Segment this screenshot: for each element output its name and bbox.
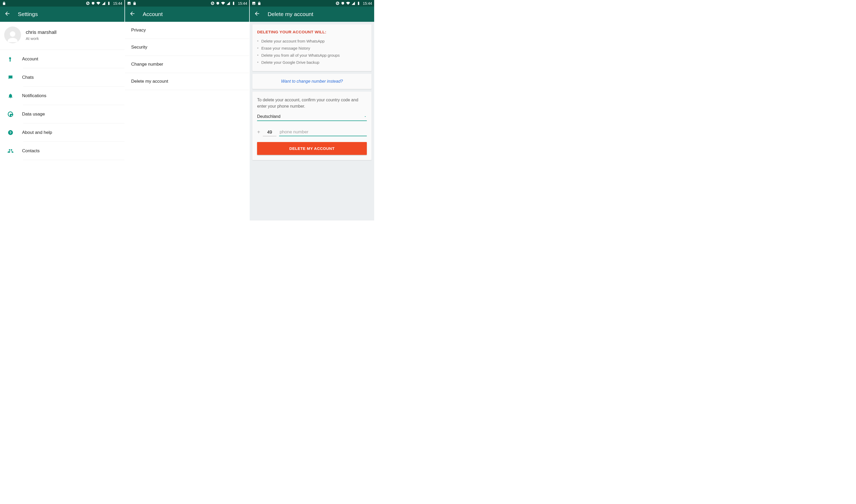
warning-list: Delete your account from WhatsApp Erase … bbox=[257, 38, 367, 66]
page-title: Account bbox=[143, 11, 163, 17]
warning-title: DELETING YOUR ACCOUNT WILL: bbox=[257, 30, 367, 34]
status-time: 15:44 bbox=[363, 1, 372, 5]
warning-item: Erase your message history bbox=[257, 44, 367, 52]
country-code-input[interactable] bbox=[263, 129, 277, 136]
settings-item-chats[interactable]: Chats bbox=[0, 68, 124, 87]
account-list: Privacy Security Change number Delete my… bbox=[125, 22, 249, 90]
status-time: 15:44 bbox=[113, 1, 122, 5]
key-icon bbox=[7, 56, 14, 62]
country-select[interactable]: Deutschland bbox=[257, 114, 367, 121]
account-item-security[interactable]: Security bbox=[125, 39, 249, 56]
settings-item-data-usage[interactable]: Data usage bbox=[0, 105, 124, 123]
settings-item-about[interactable]: ? About and help bbox=[0, 123, 124, 142]
wifi-icon bbox=[346, 1, 350, 5]
item-label: About and help bbox=[22, 130, 52, 135]
profile-row[interactable]: chris marshall At work bbox=[0, 22, 124, 50]
battery-icon bbox=[107, 1, 111, 5]
battery-icon bbox=[232, 1, 235, 5]
bell-icon bbox=[7, 93, 14, 99]
no-icon bbox=[211, 1, 215, 5]
data-icon bbox=[7, 111, 14, 117]
status-bar: 15:44 bbox=[125, 0, 249, 6]
wifi-icon bbox=[96, 1, 100, 5]
no-icon bbox=[86, 1, 90, 5]
dropdown-icon bbox=[364, 115, 367, 118]
screen-delete-account: 15:44 Delete my account DELETING YOUR AC… bbox=[250, 0, 375, 220]
plus-icon: + bbox=[257, 129, 260, 136]
signal-icon bbox=[351, 1, 355, 5]
chat-icon bbox=[7, 75, 14, 80]
account-item-change-number[interactable]: Change number bbox=[125, 56, 249, 73]
image-icon bbox=[127, 1, 131, 5]
back-button[interactable] bbox=[4, 11, 11, 18]
alarm-icon bbox=[341, 1, 345, 5]
item-label: Contacts bbox=[22, 148, 40, 154]
alarm-icon bbox=[216, 1, 220, 5]
wifi-icon bbox=[221, 1, 225, 5]
status-bar: 15:44 bbox=[0, 0, 124, 6]
status-bar: 15:44 bbox=[250, 0, 374, 6]
page-title: Delete my account bbox=[268, 11, 313, 17]
settings-list: Account Chats Notifications Data usage ?… bbox=[0, 50, 124, 160]
signal-icon bbox=[102, 1, 106, 5]
item-label: Notifications bbox=[22, 93, 47, 98]
back-button[interactable] bbox=[254, 11, 260, 18]
warning-card: DELETING YOUR ACCOUNT WILL: Delete your … bbox=[252, 24, 372, 71]
battery-icon bbox=[357, 1, 360, 5]
alarm-icon bbox=[91, 1, 95, 5]
confirm-text: To delete your account, confirm your cou… bbox=[257, 97, 367, 109]
lock-icon bbox=[132, 1, 137, 5]
change-number-card[interactable]: Want to change number instead? bbox=[252, 74, 372, 89]
help-icon: ? bbox=[7, 130, 14, 136]
lock-icon bbox=[257, 1, 261, 5]
screen-settings: 15:44 Settings chris marshall At work Ac… bbox=[0, 0, 125, 220]
avatar bbox=[4, 26, 21, 43]
settings-item-contacts[interactable]: Contacts bbox=[0, 142, 124, 160]
phone-number-input[interactable] bbox=[279, 128, 367, 136]
profile-status: At work bbox=[26, 36, 56, 41]
settings-item-notifications[interactable]: Notifications bbox=[0, 87, 124, 105]
delete-account-button[interactable]: DELETE MY ACCOUNT bbox=[257, 142, 367, 155]
status-time: 15:44 bbox=[238, 1, 247, 5]
warning-item: Delete you from all of your WhatsApp gro… bbox=[257, 52, 367, 59]
phone-row: + bbox=[257, 128, 367, 136]
account-item-delete[interactable]: Delete my account bbox=[125, 73, 249, 90]
no-icon bbox=[336, 1, 339, 5]
profile-name: chris marshall bbox=[26, 30, 56, 35]
account-item-privacy[interactable]: Privacy bbox=[125, 22, 249, 39]
warning-item: Delete your Google Drive backup bbox=[257, 59, 367, 66]
warning-item: Delete your account from WhatsApp bbox=[257, 38, 367, 44]
app-bar: Account bbox=[125, 6, 249, 22]
item-label: Account bbox=[22, 56, 38, 62]
back-button[interactable] bbox=[129, 11, 136, 18]
screen-account: 15:44 Account Privacy Security Change nu… bbox=[125, 0, 250, 220]
item-label: Chats bbox=[22, 75, 34, 80]
app-bar: Delete my account bbox=[250, 6, 374, 22]
confirm-card: To delete your account, confirm your cou… bbox=[252, 92, 372, 160]
app-bar: Settings bbox=[0, 6, 124, 22]
item-label: Data usage bbox=[22, 111, 45, 117]
image-icon bbox=[252, 1, 256, 5]
settings-item-account[interactable]: Account bbox=[0, 50, 124, 68]
svg-text:?: ? bbox=[10, 131, 12, 135]
lock-icon bbox=[2, 1, 6, 5]
signal-icon bbox=[226, 1, 230, 5]
contacts-icon bbox=[7, 148, 14, 154]
country-name: Deutschland bbox=[257, 114, 281, 119]
change-number-link[interactable]: Want to change number instead? bbox=[257, 79, 367, 84]
page-title: Settings bbox=[18, 11, 38, 17]
